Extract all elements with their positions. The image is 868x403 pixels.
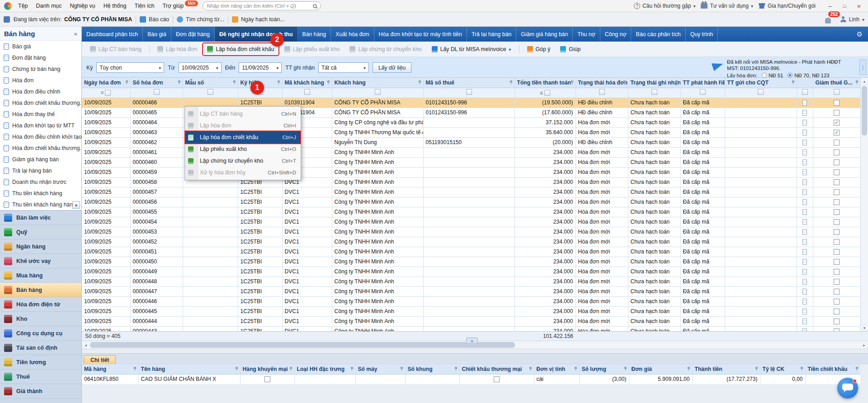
grid-cell[interactable]: 10/09/2025 [82, 207, 130, 217]
grid-cell[interactable]: Chưa hạch toán [628, 276, 680, 286]
grid-cell[interactable] [725, 326, 797, 331]
grid-cell[interactable] [423, 296, 514, 306]
grid-cell[interactable]: DVC1 [282, 237, 332, 247]
filter-button-icon[interactable] [651, 89, 657, 95]
grid-cell[interactable] [725, 276, 797, 286]
pin-icon[interactable] [687, 367, 691, 371]
grid-cell[interactable] [725, 247, 797, 257]
grid-cell[interactable]: 1C25TBI [238, 207, 282, 217]
grid-cell[interactable] [183, 276, 238, 286]
pin-icon[interactable] [133, 367, 137, 371]
filter-button-icon[interactable] [802, 89, 808, 95]
table-row[interactable]: 06410KFL850CAO SU GIẢM CHẤN BÁNH Xcái(3,… [82, 374, 860, 384]
grid-cell[interactable] [813, 147, 860, 157]
grid-cell[interactable]: 00000444 [130, 316, 183, 326]
grid-cell[interactable] [423, 197, 514, 207]
grid-cell[interactable] [797, 147, 813, 157]
menubar-item[interactable]: Tệp [14, 1, 32, 11]
grid-cell[interactable] [423, 306, 514, 316]
grid-cell[interactable] [797, 227, 813, 237]
table-row[interactable]: 10/09/2025000004441C25TBIDVC1Công ty TNH… [82, 316, 860, 326]
toolbar-button[interactable]: Lập hóa đơn chiết khấu [203, 44, 278, 55]
grid-cell[interactable]: Đã cấp mã [680, 167, 725, 177]
column-header[interactable]: Mã hàng [82, 364, 138, 374]
grid-cell[interactable]: 00000464 [130, 117, 183, 127]
grid-cell[interactable]: Hóa đơn mới [576, 316, 628, 326]
table-row[interactable]: 10/09/2025000004471C25TBIDVC1Công ty TNH… [82, 286, 860, 296]
grid-cell[interactable]: 06410KFL850 [82, 374, 138, 384]
grid-cell[interactable] [797, 276, 813, 286]
checkbox[interactable] [834, 159, 840, 165]
context-menu-item[interactable]: Lập hóa đơn chiết khấuCtrl+J [185, 131, 301, 143]
checkbox[interactable] [834, 219, 840, 225]
grid-cell[interactable]: Đã cấp mã [680, 296, 725, 306]
grid-cell[interactable]: Chưa hạch toán [628, 127, 680, 137]
grid-cell[interactable]: Chưa hạch toán [628, 326, 680, 331]
module-item[interactable]: Tài sản cố định [0, 341, 81, 355]
grid-cell[interactable]: Công ty TNHH Minh Anh [332, 197, 423, 207]
grid-cell[interactable] [797, 286, 813, 296]
grid-cell[interactable] [797, 207, 813, 217]
grid-cell[interactable]: Hóa đơn mới [576, 197, 628, 207]
scroll-up-icon[interactable] [861, 78, 868, 85]
grid-cell[interactable]: Hóa đơn mới [576, 207, 628, 217]
tab-item[interactable]: Trả lại hàng bán [467, 27, 516, 42]
grid-cell[interactable]: (20.000) [514, 137, 576, 147]
filter-cell[interactable] [130, 88, 183, 98]
grid-cell[interactable] [797, 217, 813, 227]
grid-cell[interactable]: 10/09/2025 [82, 237, 130, 247]
module-item[interactable]: Kho [0, 312, 81, 326]
gear-icon[interactable] [851, 27, 868, 42]
table-row[interactable]: 10/09/2025000004561C25TBIDVC1Công ty TNH… [82, 197, 860, 207]
grid-cell[interactable]: 10/09/2025 [82, 286, 130, 296]
grid-cell[interactable]: CÔNG TY CỔ PHẦN MISA [332, 98, 423, 108]
grid-cell[interactable]: Hóa đơn mới [576, 276, 628, 286]
grid-cell[interactable] [797, 326, 813, 331]
grid-cell[interactable]: 234.000 [514, 207, 576, 217]
column-header[interactable]: Số máy [355, 364, 405, 374]
grid-cell[interactable] [797, 296, 813, 306]
grid-cell[interactable] [813, 108, 860, 117]
grid-cell[interactable] [725, 267, 797, 276]
grid-cell[interactable] [725, 157, 797, 167]
grid-cell[interactable]: Đã cấp mã [680, 187, 725, 197]
grid-cell[interactable] [725, 197, 797, 207]
grid-cell[interactable]: 00000453 [130, 227, 183, 237]
grid-cell[interactable]: Chưa hạch toán [628, 217, 680, 227]
grid-cell[interactable]: 0,00 [760, 374, 805, 384]
tab-item[interactable]: Đơn đặt hàng [171, 27, 215, 42]
module-item[interactable]: Quỹ [0, 225, 81, 239]
module-item[interactable]: Mua hàng [0, 268, 81, 283]
grid-cell[interactable]: 234.000 [514, 326, 576, 331]
grid-cell[interactable]: 1C25TBI [238, 286, 282, 296]
grid-cell[interactable]: Đã cấp mã [680, 276, 725, 286]
grid-cell[interactable]: 10/09/2025 [82, 108, 130, 117]
grid-cell[interactable]: 1C25TBI [238, 306, 282, 316]
grid-cell[interactable]: 10/09/2025 [82, 137, 130, 147]
grid-cell[interactable]: Đã cấp mã [680, 177, 725, 187]
pin-icon[interactable] [277, 80, 281, 85]
pin-icon[interactable] [418, 80, 422, 85]
grid-cell[interactable]: 00000445 [130, 306, 183, 316]
table-row[interactable]: 10/09/2025000004511C25TBIDVC1Công ty TNH… [82, 247, 860, 257]
filter-cell[interactable] [628, 88, 680, 98]
grid-cell[interactable]: Công ty TNHH Minh Anh [332, 147, 423, 157]
filter-button-icon[interactable] [208, 89, 213, 95]
checkbox[interactable] [834, 140, 840, 145]
column-header[interactable]: Mẫu số [183, 78, 238, 88]
column-header[interactable]: Trạng thái ghi nhận [628, 78, 680, 88]
grid-cell[interactable]: Chưa hạch toán [628, 187, 680, 197]
grid-cell[interactable]: DVC1 [282, 306, 332, 316]
grid-cell[interactable]: Chưa hạch toán [628, 177, 680, 187]
grid-cell[interactable]: Công ty TNHH Minh Anh [332, 207, 423, 217]
sidebar-item[interactable]: Hóa đơn chiết khấu thương... [0, 97, 81, 108]
column-header[interactable]: Mã khách hàng [282, 78, 332, 88]
module-item[interactable]: Tiền lương [0, 355, 81, 370]
grid-cell[interactable]: 00000454 [130, 217, 183, 227]
grid-cell[interactable] [423, 157, 514, 167]
toolbar-button[interactable]: Lấy DL từ MISA meInvoice [428, 44, 515, 55]
menubar-item[interactable]: Tiện ích [131, 1, 159, 11]
grid-cell[interactable] [813, 247, 860, 257]
grid-cell[interactable] [725, 137, 797, 147]
grid-cell[interactable] [423, 127, 514, 137]
